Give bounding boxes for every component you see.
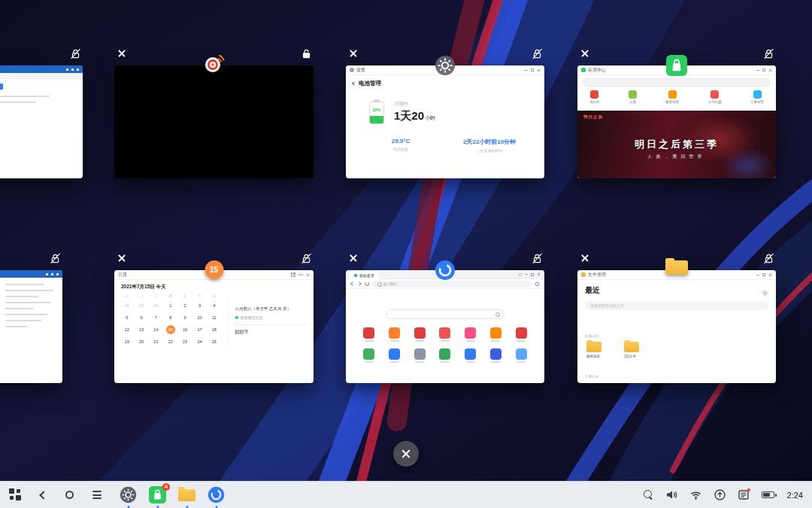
window-card-weibo[interactable] bbox=[114, 65, 314, 178]
close-icon[interactable] bbox=[56, 273, 59, 275]
calendar-day[interactable]: 10 bbox=[192, 313, 207, 322]
calendar-day[interactable]: 16 bbox=[177, 325, 192, 334]
notifications-icon[interactable] bbox=[738, 490, 749, 500]
document-window-thumbnail[interactable] bbox=[0, 65, 83, 178]
volume-icon[interactable] bbox=[666, 490, 677, 500]
category-item[interactable]: 今日特惠 bbox=[708, 90, 722, 104]
calendar-day[interactable]: 12 bbox=[120, 325, 134, 334]
almanac-row[interactable]: 查看黄历宜忌 bbox=[235, 315, 308, 320]
calendar-day[interactable]: 30 bbox=[149, 301, 163, 310]
calendar-day[interactable]: 4 bbox=[207, 301, 221, 310]
close-all-button[interactable] bbox=[393, 441, 419, 467]
weibo-window-thumbnail[interactable] bbox=[114, 65, 314, 178]
maximize-icon[interactable] bbox=[531, 273, 534, 276]
calendar-day[interactable]: 20 bbox=[134, 337, 148, 346]
close-window-icon[interactable] bbox=[347, 47, 359, 59]
refresh-icon[interactable] bbox=[365, 281, 369, 286]
gear-icon[interactable] bbox=[762, 286, 768, 300]
unlock-icon[interactable] bbox=[301, 253, 312, 264]
appcenter-window-thumbnail[interactable]: 应用中心 排行榜 分类 教育专区 今日特惠 儿童专区 明日之后 明日之后第三季 … bbox=[577, 65, 776, 178]
close-icon[interactable] bbox=[768, 273, 772, 277]
unlock-icon[interactable] bbox=[532, 48, 543, 59]
calendar-day-today[interactable]: 15 bbox=[166, 325, 175, 334]
calendar-window-thumbnail[interactable]: 日历 2021年7月15日 今天 一 二 三 四 五 六 日 28 bbox=[114, 270, 314, 383]
more-options-icon[interactable] bbox=[298, 274, 304, 275]
taskbar-browser-app[interactable] bbox=[208, 486, 225, 503]
window-card-browser[interactable]: 新标签页 输入网址 bbox=[346, 270, 544, 383]
recents-menu-icon[interactable] bbox=[92, 491, 102, 499]
site-shortcut[interactable] bbox=[465, 327, 476, 342]
site-shortcut[interactable] bbox=[389, 348, 400, 363]
document-window-thumbnail[interactable] bbox=[0, 270, 62, 383]
calendar-day[interactable]: 6 bbox=[134, 313, 148, 322]
site-shortcut[interactable] bbox=[465, 348, 476, 363]
arrow-up-circle-icon[interactable] bbox=[714, 489, 726, 500]
site-shortcut[interactable] bbox=[439, 327, 450, 342]
maximize-icon[interactable] bbox=[51, 273, 53, 275]
back-icon[interactable] bbox=[352, 81, 356, 86]
minimize-icon[interactable] bbox=[525, 70, 528, 71]
calendar-day[interactable]: 3 bbox=[192, 301, 207, 310]
calendar-day[interactable]: 18 bbox=[207, 325, 221, 334]
calendar-day[interactable]: 21 bbox=[149, 337, 163, 346]
calendar-day[interactable]: 9 bbox=[177, 313, 192, 322]
window-card-document-bottom[interactable] bbox=[0, 270, 62, 383]
game-banner[interactable]: 明日之后 明日之后第三季 人类，重回世界 bbox=[577, 111, 776, 178]
maximize-icon[interactable] bbox=[762, 68, 765, 71]
site-shortcut[interactable] bbox=[490, 348, 501, 363]
window-card-files[interactable]: 文件管理 最近 搜索需要查找的文件 快速访问 截图录屏 QQ文件 常用文件 bbox=[577, 270, 776, 383]
window-card-calendar[interactable]: 15 日历 2021年7月15日 今天 一 二 三 四 bbox=[114, 270, 314, 383]
unlock-icon[interactable] bbox=[50, 253, 61, 264]
calendar-day[interactable]: 19 bbox=[120, 337, 134, 346]
unlock-icon[interactable] bbox=[532, 253, 543, 264]
site-shortcut[interactable] bbox=[363, 327, 374, 342]
unlock-icon[interactable] bbox=[70, 48, 81, 59]
back-icon[interactable] bbox=[39, 491, 47, 499]
close-icon[interactable] bbox=[537, 68, 541, 72]
bookmark-icon[interactable] bbox=[535, 281, 540, 286]
appcenter-search-bar[interactable] bbox=[583, 78, 771, 87]
site-shortcut[interactable] bbox=[363, 348, 374, 363]
forward-icon[interactable] bbox=[357, 281, 362, 286]
maximize-icon[interactable] bbox=[762, 273, 765, 276]
calendar-day[interactable]: 29 bbox=[134, 301, 148, 310]
close-icon[interactable] bbox=[306, 273, 310, 277]
lock-icon[interactable] bbox=[301, 48, 312, 59]
site-shortcut[interactable] bbox=[516, 348, 527, 363]
calendar-day[interactable]: 25 bbox=[207, 337, 221, 346]
site-shortcut[interactable] bbox=[414, 348, 426, 363]
settings-window-thumbnail[interactable]: 设置 电池管理 35% 可用约 1天20小时 bbox=[346, 65, 544, 178]
back-icon[interactable] bbox=[350, 281, 355, 286]
calendar-day[interactable]: 1 bbox=[163, 301, 177, 310]
browser-window-thumbnail[interactable]: 新标签页 输入网址 bbox=[346, 270, 544, 383]
site-shortcut[interactable] bbox=[389, 327, 400, 342]
site-shortcut[interactable] bbox=[439, 348, 450, 363]
browser-search-box[interactable] bbox=[386, 309, 504, 319]
folder-item[interactable]: 截图录屏 bbox=[586, 342, 601, 358]
files-search-bar[interactable]: 搜索需要查找的文件 bbox=[585, 302, 768, 310]
site-shortcut[interactable] bbox=[414, 327, 426, 342]
close-icon[interactable] bbox=[768, 68, 772, 72]
maximize-icon[interactable] bbox=[531, 68, 534, 71]
calendar-day[interactable]: 14 bbox=[149, 325, 163, 334]
minimize-icon[interactable] bbox=[756, 275, 759, 275]
calendar-day[interactable]: 5 bbox=[120, 313, 134, 322]
close-window-icon[interactable] bbox=[116, 47, 128, 59]
view-grid-icon[interactable] bbox=[291, 272, 295, 277]
download-icon[interactable] bbox=[519, 273, 522, 276]
calendar-day[interactable]: 17 bbox=[192, 325, 207, 334]
category-item[interactable]: 教育专区 bbox=[665, 90, 679, 104]
close-window-icon[interactable] bbox=[579, 47, 591, 59]
calendar-day[interactable]: 24 bbox=[192, 337, 207, 346]
calendar-day[interactable]: 28 bbox=[120, 301, 134, 310]
calendar-day[interactable]: 8 bbox=[163, 313, 177, 322]
files-window-thumbnail[interactable]: 文件管理 最近 搜索需要查找的文件 快速访问 截图录屏 QQ文件 常用文件 bbox=[577, 270, 776, 383]
minimize-icon[interactable] bbox=[756, 70, 759, 71]
close-icon[interactable] bbox=[537, 272, 541, 276]
unlock-icon[interactable] bbox=[763, 253, 774, 264]
wifi-icon[interactable] bbox=[690, 491, 701, 500]
category-item[interactable]: 分类 bbox=[629, 90, 637, 104]
category-item[interactable]: 儿童专区 bbox=[750, 90, 764, 104]
window-card-document-top[interactable] bbox=[0, 65, 83, 178]
unlock-icon[interactable] bbox=[763, 48, 774, 59]
